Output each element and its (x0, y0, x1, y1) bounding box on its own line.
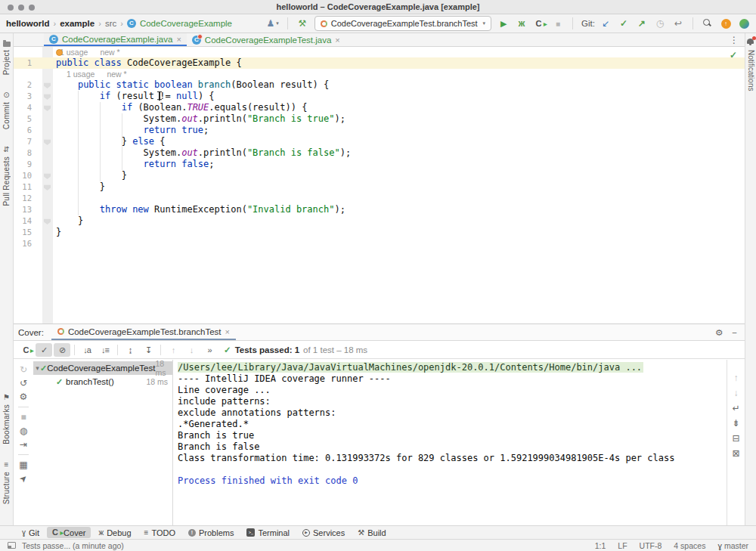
breadcrumb-item[interactable]: src (105, 19, 116, 28)
line-number[interactable]: 14 (14, 215, 36, 227)
avatar[interactable] (738, 17, 750, 30)
close-icon[interactable]: × (335, 36, 339, 45)
fold-marker[interactable] (42, 215, 53, 227)
tool-window-button-terminal[interactable]: Terminal (241, 527, 295, 538)
stripe-button-commit[interactable]: ⊙Commit (2, 91, 11, 129)
run-config-select[interactable]: CodeCoverageExampleTest.branchTest ▾ (314, 16, 491, 31)
stripe-button-notifications[interactable]: Notifications (747, 50, 755, 91)
tool-window-button-cover[interactable]: Cover (47, 527, 91, 538)
print-icon[interactable]: ⊟ (728, 431, 745, 446)
expand-all-icon[interactable]: ↨ (122, 343, 138, 357)
stripe-button-project[interactable]: Project (2, 39, 11, 75)
pin-tab-icon[interactable]: ➤ (15, 472, 32, 485)
attach-to-process-icon[interactable]: ⇥ (15, 438, 32, 451)
line-number[interactable]: 15 (14, 227, 36, 238)
next-occurrence-icon[interactable]: ↓ (183, 343, 200, 357)
line-number[interactable]: 10 (14, 170, 36, 181)
search-everywhere-button[interactable] (702, 17, 714, 30)
fold-marker[interactable] (42, 91, 53, 102)
show-ignored-icon[interactable]: ⊘ (54, 343, 70, 357)
rerun-failed-icon[interactable]: ↺ (15, 376, 32, 390)
line-number[interactable]: 5 (14, 113, 36, 125)
clear-all-icon[interactable]: ⊠ (728, 446, 745, 461)
git-update-button[interactable]: ↙ (600, 17, 612, 30)
scroll-up-icon[interactable]: ↑ (728, 370, 745, 385)
tool-window-button-todo[interactable]: ≡TODO (139, 527, 181, 538)
coverage-icon[interactable] (17, 343, 34, 357)
tool-window-button-problems[interactable]: Problems (183, 527, 239, 538)
notifications-button[interactable] (747, 38, 754, 45)
run-with-coverage-button[interactable] (534, 17, 546, 30)
sort-alphabetically-icon[interactable]: ↓a (79, 343, 95, 357)
fold-marker[interactable] (42, 136, 53, 147)
status-item[interactable]: ɣmaster (717, 541, 748, 550)
test-tree-row[interactable]: ▾✓CodeCoverageExampleTest18 ms (33, 361, 172, 375)
profile-button[interactable]: ♟▾ (266, 17, 278, 30)
stripe-button-structure[interactable]: ≡Structure (2, 461, 11, 504)
previous-occurrence-icon[interactable]: ↑ (165, 343, 181, 357)
editor-tab[interactable]: CCodeCoverageExample.java× (44, 33, 187, 46)
ide-update-button[interactable]: ↑ (720, 17, 732, 30)
breadcrumb-item[interactable]: helloworld (6, 19, 50, 28)
line-number[interactable]: 8 (14, 147, 36, 159)
show-passed-icon[interactable]: ✓ (36, 343, 52, 357)
hide-panel-button[interactable]: − (732, 328, 737, 337)
soft-wrap-icon[interactable]: ↵ (728, 401, 745, 416)
git-history-button[interactable]: ◷ (654, 17, 666, 30)
settings-gear-icon[interactable]: ⚙ (715, 327, 723, 338)
status-item[interactable]: UTF-8 (640, 541, 662, 550)
status-item[interactable]: LF (618, 541, 627, 550)
line-number[interactable]: 16 (14, 238, 36, 249)
thread-dump-icon[interactable]: ◍ (15, 424, 32, 438)
test-tree-row[interactable]: ✓branchTest()18 ms (33, 375, 172, 388)
line-number[interactable]: 1 (14, 57, 36, 69)
build-button[interactable]: ⚒ (296, 17, 308, 30)
tool-window-button-services[interactable]: Services (297, 527, 350, 538)
more-options-icon[interactable]: » (201, 343, 218, 357)
rerun-icon[interactable]: ↻ (15, 363, 32, 376)
sort-by-duration-icon[interactable]: ↓≡ (97, 343, 113, 357)
git-push-button[interactable]: ↗ (636, 17, 648, 30)
layout-settings-icon[interactable]: ▦ (15, 458, 32, 472)
scroll-to-end-icon[interactable]: ⇟ (728, 416, 745, 431)
line-number[interactable] (14, 47, 36, 57)
fold-marker[interactable] (42, 102, 53, 113)
line-number[interactable]: 4 (14, 102, 36, 113)
stop-icon[interactable]: ■ (15, 410, 32, 424)
close-icon[interactable]: × (225, 327, 230, 336)
breadcrumb-item[interactable]: example (60, 19, 94, 28)
run-button[interactable]: ▶ (497, 17, 510, 30)
line-number[interactable]: 13 (14, 204, 36, 215)
tool-window-button-git[interactable]: ɣGit (17, 527, 45, 538)
close-icon[interactable]: × (176, 35, 181, 44)
line-number[interactable]: 9 (14, 159, 36, 170)
status-item[interactable]: 4 spaces (674, 541, 705, 550)
git-commit-button[interactable]: ✓ (618, 17, 630, 30)
breadcrumb-item[interactable]: CodeCoverageExample (140, 19, 232, 28)
cover-tab[interactable]: CodeCoverageExampleTest.branchTest × (51, 324, 236, 340)
tool-window-layout-icon[interactable] (8, 542, 16, 549)
chevron-down-icon[interactable]: ▾ (35, 364, 40, 372)
line-number[interactable] (14, 69, 36, 79)
minimize-window-button[interactable] (18, 5, 24, 11)
line-number[interactable]: 11 (14, 181, 36, 193)
status-item[interactable]: 1:1 (595, 541, 606, 550)
zoom-window-button[interactable] (29, 5, 35, 11)
tool-window-button-debug[interactable]: жDebug (93, 527, 136, 538)
fold-marker[interactable] (42, 170, 53, 181)
scroll-down-icon[interactable]: ↓ (728, 385, 745, 401)
intention-bulb-icon[interactable] (56, 49, 63, 56)
tab-options-button[interactable]: ⋮ (730, 33, 745, 46)
line-number[interactable]: 12 (14, 193, 36, 204)
tool-window-button-build[interactable]: ⚒Build (352, 527, 391, 538)
test-settings-icon[interactable]: ⚙ (15, 390, 32, 404)
line-number[interactable]: 3 (14, 91, 36, 102)
line-number[interactable]: 7 (14, 136, 36, 147)
fold-marker[interactable] (42, 79, 53, 91)
status-message[interactable]: Tests passe... (a minute ago) (22, 541, 124, 550)
git-rollback-button[interactable]: ↩ (672, 17, 684, 30)
debug-button[interactable]: ж (516, 17, 528, 30)
stripe-button-pull-requests[interactable]: ⇵Pull Requests (2, 146, 11, 206)
collapse-all-icon[interactable]: ↧ (140, 343, 156, 357)
console-output[interactable]: /Users/lee/Library/Java/JavaVirtualMachi… (173, 360, 727, 525)
